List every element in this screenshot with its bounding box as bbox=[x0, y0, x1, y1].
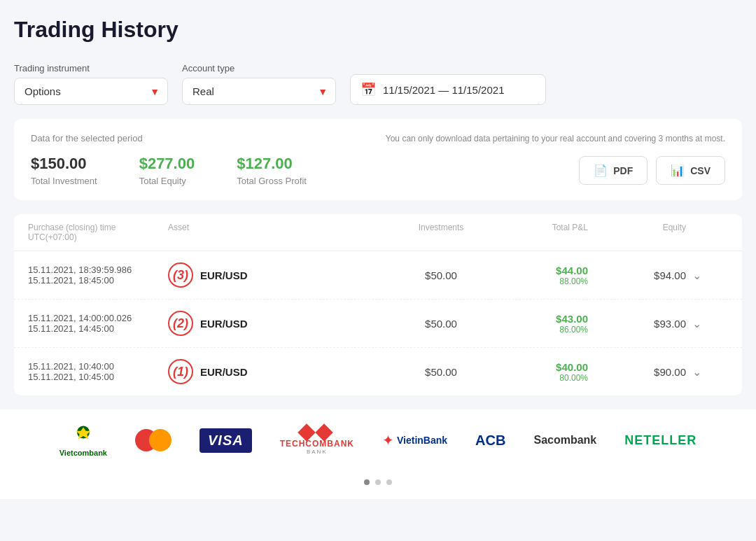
summary-info-bar: Data for the selected period You can onl… bbox=[31, 133, 725, 143]
account-filter-group: Account type Real ▼ bbox=[182, 63, 336, 105]
total-investment-label: Total Investment bbox=[31, 176, 97, 186]
pnl-value: $44.00 bbox=[556, 265, 588, 276]
time-cell: 15.11.2021, 18:39:59.986 15.11.2021, 18:… bbox=[28, 265, 168, 286]
table-row: 15.11.2021, 14:00:00.026 15.11.2021, 14:… bbox=[14, 300, 742, 348]
trades-table: Purchase (closing) time UTC(+07:00) Asse… bbox=[14, 214, 742, 395]
csv-icon: 📊 bbox=[671, 164, 685, 177]
calendar-icon: 📅 bbox=[360, 82, 376, 97]
pnl-value: $43.00 bbox=[556, 313, 588, 325]
instrument-label: Trading instrument bbox=[14, 63, 168, 73]
time-open: 15.11.2021, 14:00:00.026 bbox=[28, 313, 168, 323]
col-header-investments: Investments bbox=[392, 223, 490, 242]
total-gross-profit-label: Total Gross Profit bbox=[237, 176, 307, 186]
sacombank-logo: Sacombank bbox=[533, 434, 596, 447]
techcombank-icon bbox=[300, 426, 333, 439]
pnl-cell: $44.00 88.00% bbox=[490, 265, 588, 286]
total-investment-metric: $150.00 Total Investment bbox=[31, 155, 139, 186]
time-close: 15.11.2021, 10:45:00 bbox=[28, 372, 168, 382]
account-select[interactable]: Real bbox=[182, 78, 336, 105]
table-body: 15.11.2021, 18:39:59.986 15.11.2021, 18:… bbox=[14, 251, 742, 395]
equity-cell: $90.00 bbox=[588, 366, 686, 378]
instrument-select[interactable]: Options bbox=[14, 78, 168, 105]
time-open: 15.11.2021, 10:40:00 bbox=[28, 361, 168, 372]
table-row: 15.11.2021, 10:40:00 15.11.2021, 10:45:0… bbox=[14, 348, 742, 395]
vietinbank-star-icon: ✦ bbox=[382, 432, 394, 449]
vietcombank-logo: Vietcombank bbox=[59, 423, 107, 457]
vietcombank-icon bbox=[71, 423, 96, 449]
download-note: You can only download data pertaining to… bbox=[386, 134, 725, 143]
dot-3[interactable] bbox=[386, 479, 392, 485]
csv-export-button[interactable]: 📊 CSV bbox=[656, 156, 725, 185]
techcombank-text: TECHCOMBANK bbox=[280, 439, 354, 449]
expand-row-button[interactable]: ⌄ bbox=[686, 265, 707, 286]
account-select-wrapper[interactable]: Real ▼ bbox=[182, 78, 336, 105]
time-close: 15.11.2021, 14:45:00 bbox=[28, 323, 168, 334]
techcombank-sub: BANK bbox=[307, 449, 328, 455]
asset-name: EUR/USD bbox=[200, 269, 248, 281]
mastercard-orange-circle bbox=[149, 429, 172, 451]
col-header-equity: Equity bbox=[588, 223, 686, 242]
trade-number-badge: (1) bbox=[168, 359, 193, 384]
neteller-text: NETELLER bbox=[624, 433, 696, 447]
export-buttons: 📄 PDF 📊 CSV bbox=[579, 156, 725, 185]
neteller-logo: NETELLER bbox=[624, 433, 696, 448]
pnl-cell: $43.00 86.00% bbox=[490, 313, 588, 335]
techcombank-logo: TECHCOMBANK BANK bbox=[280, 426, 354, 455]
equity-cell: $94.00 bbox=[588, 269, 686, 281]
dot-2[interactable] bbox=[375, 479, 381, 485]
summary-card: Data for the selected period You can onl… bbox=[14, 119, 742, 200]
date-filter-group: Date 📅 11/15/2021 — 11/15/2021 bbox=[350, 59, 546, 105]
total-investment-value: $150.00 bbox=[31, 155, 97, 173]
payment-footer: Vietcombank VISA TECHCOMBANK BANK ✦ Viet… bbox=[0, 409, 756, 471]
total-gross-profit-metric: $127.00 Total Gross Profit bbox=[237, 155, 349, 186]
visa-text: VISA bbox=[208, 433, 244, 449]
expand-row-button[interactable]: ⌄ bbox=[686, 313, 707, 334]
pnl-cell: $40.00 80.00% bbox=[490, 361, 588, 383]
pnl-percent: 86.00% bbox=[559, 325, 588, 335]
asset-cell: (2) EUR/USD bbox=[168, 311, 392, 336]
date-range-picker[interactable]: 📅 11/15/2021 — 11/15/2021 bbox=[350, 74, 546, 105]
investment-cell: $50.00 bbox=[392, 269, 490, 281]
asset-cell: (1) EUR/USD bbox=[168, 359, 392, 384]
dot-1[interactable] bbox=[364, 479, 370, 485]
acb-text: ACB bbox=[475, 433, 505, 449]
equity-cell: $93.00 bbox=[588, 318, 686, 330]
expand-row-button[interactable]: ⌄ bbox=[686, 361, 707, 382]
total-gross-profit-value: $127.00 bbox=[237, 155, 307, 173]
total-equity-metric: $277.00 Total Equity bbox=[139, 155, 237, 186]
time-open: 15.11.2021, 18:39:59.986 bbox=[28, 265, 168, 275]
acb-logo: ACB bbox=[475, 433, 505, 449]
asset-cell: (3) EUR/USD bbox=[168, 262, 392, 288]
asset-name: EUR/USD bbox=[200, 366, 248, 378]
time-close: 15.11.2021, 18:45:00 bbox=[28, 275, 168, 286]
sacombank-text: Sacombank bbox=[533, 434, 596, 446]
total-equity-label: Total Equity bbox=[139, 176, 195, 186]
pagination-dots bbox=[0, 471, 756, 499]
time-cell: 15.11.2021, 14:00:00.026 15.11.2021, 14:… bbox=[28, 313, 168, 334]
csv-button-label: CSV bbox=[690, 165, 710, 176]
date-range-text: 11/15/2021 — 11/15/2021 bbox=[383, 84, 504, 96]
pdf-button-label: PDF bbox=[613, 165, 633, 176]
instrument-select-wrapper[interactable]: Options ▼ bbox=[14, 78, 168, 105]
asset-name: EUR/USD bbox=[200, 318, 248, 330]
trade-number-badge: (2) bbox=[168, 311, 193, 336]
account-label: Account type bbox=[182, 63, 336, 73]
pnl-percent: 88.00% bbox=[559, 276, 588, 286]
table-row: 15.11.2021, 18:39:59.986 15.11.2021, 18:… bbox=[14, 251, 742, 300]
pdf-export-button[interactable]: 📄 PDF bbox=[579, 156, 648, 185]
vietcombank-text: Vietcombank bbox=[59, 449, 107, 457]
col-header-asset: Asset bbox=[168, 223, 392, 242]
filters-row: Trading instrument Options ▼ Account typ… bbox=[14, 59, 742, 105]
instrument-filter-group: Trading instrument Options ▼ bbox=[14, 63, 168, 105]
total-equity-value: $277.00 bbox=[139, 155, 195, 173]
vietinbank-logo: ✦ VietinBank bbox=[382, 432, 447, 449]
investment-cell: $50.00 bbox=[392, 366, 490, 378]
summary-values-row: $150.00 Total Investment $277.00 Total E… bbox=[31, 155, 725, 186]
mastercard-logo bbox=[135, 429, 172, 451]
table-header: Purchase (closing) time UTC(+07:00) Asse… bbox=[14, 214, 742, 251]
pnl-value: $40.00 bbox=[556, 361, 588, 373]
time-cell: 15.11.2021, 10:40:00 15.11.2021, 10:45:0… bbox=[28, 361, 168, 382]
trade-number-badge: (3) bbox=[168, 262, 193, 288]
period-label: Data for the selected period bbox=[31, 133, 143, 143]
pnl-percent: 80.00% bbox=[559, 373, 588, 383]
